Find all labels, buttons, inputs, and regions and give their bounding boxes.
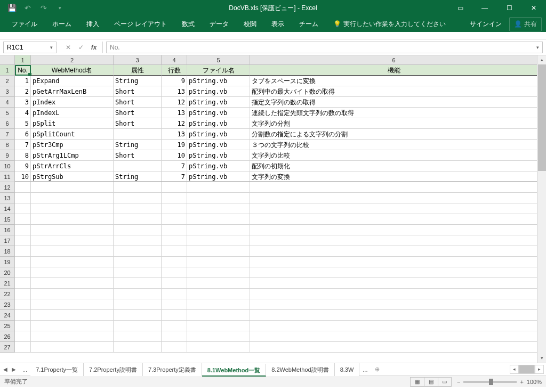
cell[interactable]: pStrgSub [31,172,114,182]
cell[interactable]: pString.vb [187,76,250,86]
zoom-in-icon[interactable]: + [520,379,523,385]
cell[interactable] [250,203,538,214]
cell[interactable] [114,235,162,246]
cell[interactable] [31,331,114,342]
cell[interactable] [15,235,31,246]
cell[interactable]: 8 [15,150,31,161]
cell[interactable] [187,182,250,193]
sheet-tab[interactable]: 8.3W [335,363,360,376]
cell[interactable] [187,214,250,225]
tab-view[interactable]: 表示 [264,16,292,32]
cell[interactable] [250,214,538,225]
cell[interactable] [250,342,538,353]
cancel-icon[interactable]: ✕ [62,44,75,51]
cell[interactable]: pString.vb [187,118,250,129]
row-header[interactable]: 14 [0,203,15,214]
cell[interactable]: 配列中の最大バイト数の取得 [250,86,538,97]
new-sheet-button[interactable]: ⊕ [371,366,383,373]
cell[interactable] [31,257,114,267]
header-cell[interactable]: 属性 [114,65,162,76]
cell[interactable] [15,225,31,235]
cell[interactable] [114,225,162,235]
cell[interactable] [162,214,187,225]
cell[interactable] [250,246,538,257]
cell[interactable]: 5 [15,118,31,129]
worksheet-grid[interactable]: 1 2 3 4 5 6 1No.WebMethod名属性行数ファイル名機能21p… [0,55,546,363]
cell[interactable] [114,193,162,203]
cell[interactable]: pString.vb [187,172,250,182]
cell[interactable]: pStrArg1LCmp [31,150,114,161]
scroll-left-icon[interactable]: ◂ [510,365,519,374]
zoom-knob[interactable] [489,379,493,385]
row-header[interactable]: 3 [0,86,15,97]
cell[interactable]: pStrArrCls [31,161,114,172]
cell[interactable] [162,257,187,267]
cell[interactable] [250,321,538,331]
cell[interactable] [250,310,538,321]
row-header[interactable]: 24 [0,310,15,321]
enter-icon[interactable]: ✓ [75,44,87,51]
cell[interactable] [162,203,187,214]
cell[interactable]: タブをスペースに変換 [250,76,538,86]
sheet-tab[interactable]: 8.2WebMethod説明書 [266,363,334,376]
scroll-up-icon[interactable]: ▴ [537,55,546,64]
row-header[interactable]: 20 [0,267,15,278]
cell[interactable] [114,267,162,278]
col-header[interactable]: 3 [114,55,162,64]
cell[interactable] [162,193,187,203]
cell[interactable] [114,310,162,321]
cell[interactable]: 配列の初期化 [250,161,538,172]
row-header[interactable]: 13 [0,193,15,203]
cell[interactable]: ３つの文字列の比較 [250,140,538,150]
cell[interactable] [162,267,187,278]
cell[interactable] [250,193,538,203]
cell[interactable] [162,299,187,310]
tabs-overflow-right[interactable]: ... [359,366,371,373]
sheet-tab[interactable]: 8.1WebMethod一覧 [202,364,266,377]
cell[interactable] [250,267,538,278]
cell[interactable]: 10 [15,172,31,182]
cell[interactable]: pString.vb [187,108,250,118]
header-cell[interactable]: ファイル名 [187,65,250,76]
cell[interactable] [114,203,162,214]
header-cell[interactable]: WebMethod名 [31,65,114,76]
cell[interactable]: 12 [162,118,187,129]
cell[interactable] [187,225,250,235]
cell[interactable] [31,278,114,289]
cell[interactable]: pExpand [31,76,114,86]
cell[interactable] [162,182,187,193]
cell[interactable]: pIndex [31,97,114,108]
cell[interactable]: 1 [15,76,31,86]
cell[interactable] [114,321,162,331]
tab-review[interactable]: 校閲 [236,16,264,32]
cell[interactable] [31,193,114,203]
cell[interactable]: String [114,172,162,182]
scroll-down-icon[interactable]: ▾ [537,354,546,363]
cell[interactable]: Short [114,97,162,108]
name-box[interactable]: R1C1 ▾ [3,42,57,53]
cell[interactable]: 連続した指定先頭文字列の数の取得 [250,108,538,118]
cell[interactable] [187,321,250,331]
cell[interactable]: 6 [15,129,31,140]
cell[interactable]: 分割数の指定による文字列の分割 [250,129,538,140]
row-header[interactable]: 23 [0,299,15,310]
tab-nav-first-icon[interactable]: ◀ [3,366,7,372]
cell[interactable] [114,214,162,225]
row-header[interactable]: 4 [0,97,15,108]
cell[interactable]: pString.vb [187,97,250,108]
cell[interactable] [187,203,250,214]
cell[interactable] [15,331,31,342]
cell[interactable]: pString.vb [187,140,250,150]
cell[interactable]: 指定文字列の数の取得 [250,97,538,108]
horizontal-scrollbar[interactable]: ◂ ▸ [383,365,546,374]
header-cell[interactable]: 機能 [250,65,538,76]
cell[interactable] [187,267,250,278]
zoom-level[interactable]: 100% [527,379,542,385]
cell[interactable] [250,299,538,310]
cell[interactable] [31,289,114,299]
cell[interactable]: 19 [162,140,187,150]
tab-file[interactable]: ファイル [4,16,45,32]
cell[interactable]: pIndexL [31,108,114,118]
hscroll-thumb[interactable] [519,365,535,374]
ribbon-options-icon[interactable]: ▭ [448,0,472,16]
